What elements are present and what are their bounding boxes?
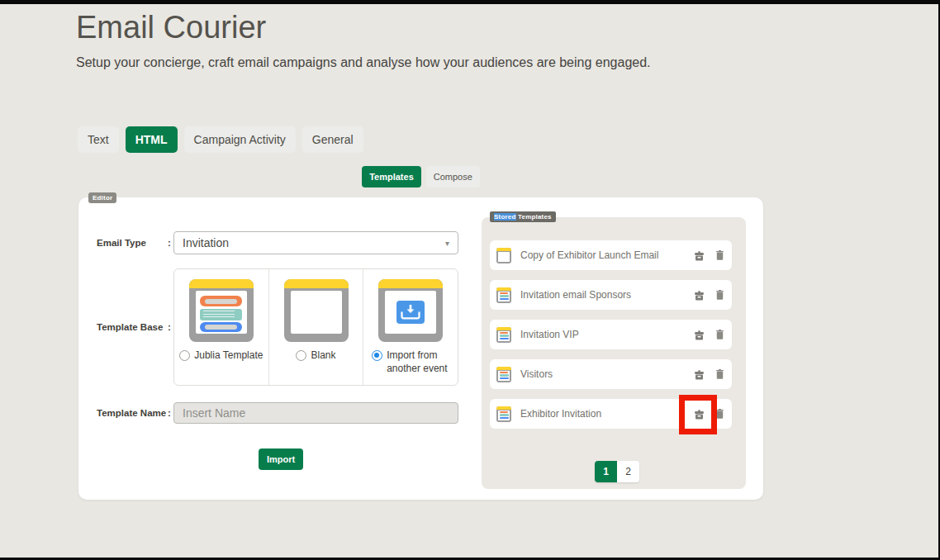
trash-icon[interactable] [716,290,724,300]
tab-html[interactable]: HTML [126,126,178,153]
lock-icon[interactable] [694,290,705,301]
thumbnail-header-bar [284,279,349,288]
editor-card: Editor Email Type : Invitation ▾ Templat… [78,197,763,500]
mini-header-bar [496,406,511,410]
thumbnail-teal-block [200,309,242,320]
page-button-1[interactable]: 1 [595,461,617,482]
radio-label-jublia[interactable]: Jublia Template [194,349,263,363]
email-type-row: Email Type : Invitation ▾ [97,231,458,254]
striped-template-icon [496,367,511,382]
badge-word-stored: Stored [494,213,516,221]
stored-templates-panel: Stored Templates Copy of Exhibitor Launc… [482,217,746,489]
striped-template-icon [496,406,511,422]
template-row[interactable]: Invitation VIP [490,320,732,349]
email-type-select[interactable]: Invitation ▾ [173,231,458,254]
import-thumbnail [378,279,443,342]
template-base-colon: : [165,322,173,332]
email-type-label: Email Type [97,238,165,248]
template-name-label: Template Name [97,408,165,418]
window-border-top [0,0,940,4]
template-base-label: Template Base [97,322,165,332]
mini-content [498,292,510,301]
template-name-colon: : [165,408,173,418]
blank-template-icon [496,248,511,263]
template-name-row: Template Name : Insert Name [97,402,458,424]
mini-header-bar [496,287,511,291]
template-name: Invitation VIP [520,329,579,340]
page-header: Email Courier Setup your concierge, craf… [76,10,651,70]
import-download-icon [396,301,425,324]
mini-header-bar [496,367,511,370]
badge-word-templates: Templates [518,213,552,221]
thumbnail-blue-pill [200,322,242,332]
email-type-value: Invitation [183,236,229,249]
import-button[interactable]: Import [259,448,303,470]
template-name: Exhibitor Invitation [520,408,601,420]
subtab-compose[interactable]: Compose [426,166,480,187]
striped-template-icon [496,287,511,303]
thumbnail-content [291,291,342,334]
template-row[interactable]: Visitors [490,359,732,389]
page-title: Email Courier [76,10,651,45]
page-subtitle: Setup your concierge, craft email campai… [76,55,651,70]
template-name: Copy of Exhibitor Launch Email [520,249,658,261]
stored-templates-badge: Stored Templates [490,211,556,222]
radio-jublia-template[interactable] [179,350,190,361]
template-row[interactable]: Copy of Exhibitor Launch Email [490,240,732,270]
radio-label-blank[interactable]: Blank [311,349,335,363]
thumbnail-content [196,291,247,334]
subtab-templates[interactable]: Templates [362,166,421,187]
radio-label-import[interactable]: Import from another event [387,349,449,375]
template-row[interactable]: Invitation email Sponsors [490,280,732,310]
template-base-row: Template Base : Jublia Template [97,268,458,386]
radio-import[interactable] [372,350,382,361]
mini-content [498,371,510,381]
thumbnail-header-bar [378,279,443,288]
template-base-options: Jublia Template Blank [173,268,458,386]
pagination: 1 2 [595,461,639,482]
page-button-2[interactable]: 2 [617,461,639,482]
template-name-placeholder: Insert Name [183,406,245,420]
lock-icon[interactable] [694,330,705,340]
option-import[interactable]: Import from another event [363,269,458,385]
thumbnail-content [385,291,436,334]
template-name: Invitation email Sponsors [520,289,631,301]
chevron-down-icon: ▾ [445,239,449,248]
thumbnail-orange-pill [200,296,242,306]
mini-content [498,331,510,341]
lock-icon[interactable] [694,369,705,380]
radio-blank[interactable] [296,350,306,361]
tab-general[interactable]: General [302,126,363,153]
trash-icon[interactable] [716,409,724,419]
annotation-highlight-box [679,395,717,434]
mini-content [498,411,510,420]
striped-template-icon [496,327,511,343]
trash-icon[interactable] [716,250,724,260]
option-jublia-template[interactable]: Jublia Template [174,269,268,385]
thumbnail-header-bar [189,279,254,288]
blank-thumbnail [284,279,349,342]
mini-header-bar [496,248,511,251]
jublia-template-thumbnail [189,279,254,342]
mini-header-bar [496,327,511,330]
trash-icon[interactable] [716,369,724,379]
tab-text[interactable]: Text [78,126,119,153]
email-type-colon: : [165,238,173,248]
trash-icon[interactable] [716,330,724,339]
sub-tabs: Templates Compose [78,166,763,187]
tab-campaign-activity[interactable]: Campaign Activity [184,126,296,153]
main-tabs: Text HTML Campaign Activity General [78,126,363,153]
lock-icon[interactable] [694,250,705,261]
editor-badge: Editor [88,192,116,203]
mini-content [498,252,510,262]
template-name-input[interactable]: Insert Name [173,402,458,424]
option-blank[interactable]: Blank [268,269,363,385]
template-name: Visitors [520,368,553,380]
